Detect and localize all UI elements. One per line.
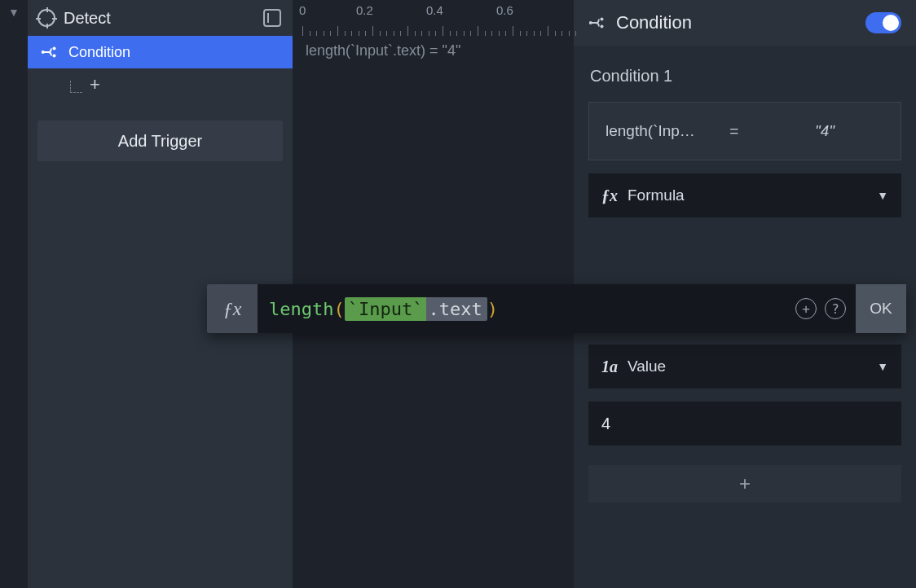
formula-type-select[interactable]: ƒx Formula ▼ <box>588 173 901 217</box>
gutter: ▼ <box>0 0 28 588</box>
formula-add-button[interactable]: + <box>795 298 817 319</box>
chevron-down-icon: ▼ <box>877 189 888 202</box>
condition-icon <box>588 14 606 32</box>
left-panel-header: Detect <box>28 0 293 36</box>
value-icon: 1a <box>601 358 618 376</box>
ruler-label: 0.6 <box>496 3 513 17</box>
tree-item-condition[interactable]: Condition <box>28 36 293 68</box>
value-input[interactable]: 4 <box>588 402 901 445</box>
ruler-label: 0 <box>299 3 306 17</box>
condition-icon <box>41 43 59 61</box>
formula-type-label: Formula <box>628 186 685 204</box>
fx-icon: ƒx <box>601 186 618 205</box>
tree-item-label: Condition <box>68 44 130 61</box>
formula-editor: ƒx length ( `Input` .text ) + ? OK <box>207 284 906 333</box>
token-reference: `Input` <box>345 297 427 321</box>
inspector-title: Condition <box>616 12 692 33</box>
formula-help-button[interactable]: ? <box>825 298 846 319</box>
value-type-select[interactable]: 1a Value ▼ <box>588 344 901 388</box>
condition-summary[interactable]: length(`Inp… = "4" <box>588 102 901 160</box>
trigger-tree: Condition + <box>28 36 293 101</box>
value-type-label: Value <box>628 358 666 375</box>
svg-point-0 <box>52 46 55 50</box>
timeline-ruler[interactable]: 0 0.2 0.4 0.6 <box>293 0 574 36</box>
svg-point-4 <box>600 25 603 29</box>
chevron-down-icon: ▼ <box>877 360 888 373</box>
add-trigger-button[interactable]: Add Trigger <box>37 121 283 161</box>
inspector-header: Condition <box>574 0 916 46</box>
condition-rhs: "4" <box>765 122 884 140</box>
panel-toggle-icon[interactable] <box>263 9 281 27</box>
fx-icon: ƒx <box>207 284 258 333</box>
token-paren: ( <box>333 299 344 319</box>
formula-ok-button[interactable]: OK <box>856 284 906 333</box>
formula-code-input[interactable]: length ( `Input` .text ) + ? <box>258 284 856 333</box>
token-paren: ) <box>487 299 498 319</box>
detect-icon <box>37 9 55 27</box>
trigger-title: Detect <box>64 9 111 28</box>
condition-lhs: length(`Inp… <box>606 122 703 140</box>
svg-point-5 <box>589 21 592 24</box>
svg-point-3 <box>600 17 603 20</box>
collapse-icon[interactable]: ▼ <box>8 6 20 19</box>
plus-icon: + <box>90 74 100 95</box>
tree-add-action[interactable]: + <box>28 68 293 101</box>
token-function: length <box>269 299 333 319</box>
ruler-label: 0.2 <box>356 3 373 17</box>
ruler-label: 0.4 <box>426 3 443 17</box>
svg-point-1 <box>52 55 55 58</box>
condition-section-label: Condition 1 <box>590 67 901 86</box>
condition-op: = <box>707 122 762 140</box>
token-property: .text <box>426 297 487 321</box>
condition-enabled-toggle[interactable] <box>865 12 901 33</box>
add-condition-button[interactable]: + <box>588 465 901 502</box>
svg-point-2 <box>42 50 45 54</box>
condition-expression-preview: length(`Input`.text) = "4" <box>306 42 460 59</box>
